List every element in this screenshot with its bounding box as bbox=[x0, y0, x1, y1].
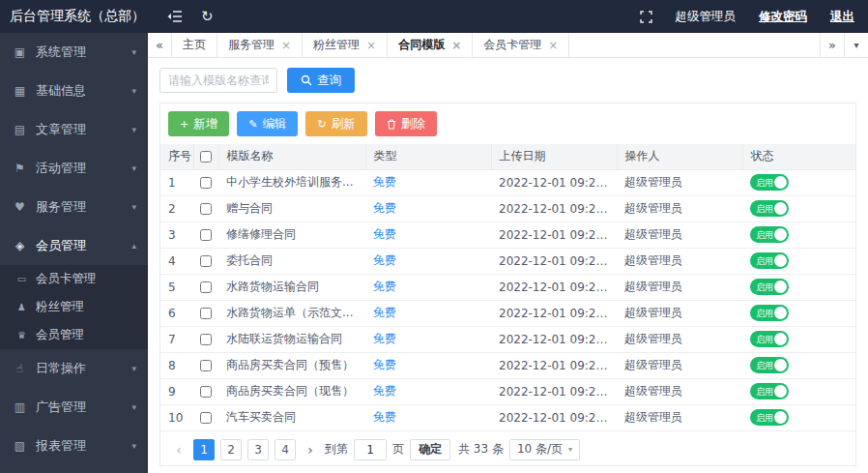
tab-home[interactable]: 主页 bbox=[172, 33, 217, 57]
status-toggle[interactable]: 启用 bbox=[750, 174, 789, 191]
page-button-1[interactable]: 1 bbox=[193, 439, 215, 460]
row-checkbox[interactable] bbox=[200, 177, 212, 189]
search-input[interactable] bbox=[159, 68, 277, 93]
toggle-knob bbox=[774, 228, 787, 241]
upload-date: 2022-12-01 09:26:49 bbox=[491, 195, 617, 222]
sidebar-item-members[interactable]: ◈ 会员管理 ▴ bbox=[0, 226, 148, 265]
template-name: 水路货物运单（示范文... bbox=[218, 300, 365, 326]
query-button[interactable]: 查询 bbox=[287, 68, 355, 93]
template-name: 商品房买卖合同（预售） bbox=[218, 352, 365, 378]
row-checkbox[interactable] bbox=[200, 281, 212, 293]
close-icon[interactable]: × bbox=[548, 40, 558, 51]
type-link[interactable]: 免费 bbox=[373, 253, 396, 267]
status-label: 启用 bbox=[756, 256, 773, 265]
status-toggle[interactable]: 启用 bbox=[750, 383, 789, 399]
sidebar: ▣ 系统管理 ▾ ▦ 基础信息 ▾ ▤ 文章管理 ▾ ⚑ 活动管理 ▾ ♥ 服务 bbox=[0, 33, 148, 473]
status-toggle[interactable]: 启用 bbox=[750, 200, 789, 217]
tabs-scroll-left-icon[interactable]: « bbox=[148, 33, 172, 57]
change-password-link[interactable]: 修改密码 bbox=[759, 9, 807, 25]
tab-contract-templates[interactable]: 合同模版 × bbox=[388, 33, 473, 57]
close-icon[interactable]: × bbox=[366, 40, 376, 51]
status-toggle[interactable]: 启用 bbox=[750, 357, 789, 373]
type-link[interactable]: 免费 bbox=[373, 306, 396, 319]
status-label: 启用 bbox=[756, 361, 773, 370]
status-cell: 启用 bbox=[742, 222, 855, 248]
refresh-icon: ↻ bbox=[317, 119, 326, 130]
sidebar-collapse-icon[interactable] bbox=[167, 11, 182, 22]
row-checkbox[interactable] bbox=[200, 255, 212, 267]
sidebar-item-basic-info[interactable]: ▦ 基础信息 ▾ bbox=[0, 72, 148, 110]
close-icon[interactable]: × bbox=[451, 40, 461, 51]
row-index: 5 bbox=[160, 274, 193, 300]
sidebar-item-services[interactable]: ♥ 服务管理 ▾ bbox=[0, 188, 148, 226]
refresh-icon[interactable]: ↻ bbox=[201, 10, 214, 24]
status-toggle[interactable]: 启用 bbox=[750, 226, 789, 243]
status-toggle[interactable]: 启用 bbox=[750, 305, 789, 321]
status-toggle[interactable]: 启用 bbox=[750, 279, 789, 295]
status-toggle[interactable]: 启用 bbox=[750, 409, 789, 426]
upload-date: 2022-12-01 09:22:48 bbox=[491, 352, 617, 378]
sidebar-item-daily-ops[interactable]: ☝ 日常操作 ▾ bbox=[0, 349, 148, 388]
page-button-4[interactable]: 4 bbox=[275, 439, 296, 460]
sidebar-item-articles[interactable]: ▤ 文章管理 ▾ bbox=[0, 110, 148, 149]
select-all-checkbox[interactable] bbox=[200, 151, 212, 163]
row-checkbox[interactable] bbox=[200, 203, 212, 215]
template-name: 水路货物运输合同 bbox=[218, 274, 365, 300]
main-content: « 主页 服务管理 × 粉丝管理 × 合同模版 × 会员卡管理 bbox=[148, 33, 868, 473]
type-link[interactable]: 免费 bbox=[373, 175, 396, 189]
tabs-scroll-right-icon[interactable]: » bbox=[820, 33, 844, 57]
upload-date: 2022-12-01 09:22:14 bbox=[491, 378, 617, 404]
row-checkbox[interactable] bbox=[200, 334, 212, 345]
sidebar-item-reports[interactable]: ▧ 报表管理 ▾ bbox=[0, 427, 148, 465]
tab-services[interactable]: 服务管理 × bbox=[217, 33, 303, 57]
refresh-button[interactable]: ↻ 刷新 bbox=[305, 111, 366, 136]
row-index: 4 bbox=[160, 248, 193, 274]
edit-button[interactable]: ✎ 编辑 bbox=[237, 111, 298, 136]
type-link[interactable]: 免费 bbox=[373, 358, 396, 371]
tab-fans[interactable]: 粉丝管理 × bbox=[303, 33, 388, 57]
prev-page-icon[interactable]: ‹ bbox=[170, 442, 188, 458]
operator: 超级管理员 bbox=[617, 378, 742, 404]
trash-icon bbox=[387, 119, 396, 130]
next-page-icon[interactable]: › bbox=[302, 442, 319, 458]
upload-date: 2022-12-01 09:26:16 bbox=[491, 222, 617, 248]
sidebar-item-ads[interactable]: ▥ 广告管理 ▾ bbox=[0, 388, 148, 427]
page-size-select[interactable]: 10 条/页 ▾ bbox=[509, 439, 580, 460]
header-template-name: 模版名称 bbox=[218, 144, 365, 169]
logout-link[interactable]: 退出 bbox=[830, 9, 854, 25]
add-button[interactable]: + 新增 bbox=[168, 111, 229, 136]
tab-member-cards[interactable]: 会员卡管理 × bbox=[473, 33, 569, 57]
sidebar-subitem-fans[interactable]: ♟ 粉丝管理 bbox=[0, 293, 148, 321]
type-link[interactable]: 免费 bbox=[373, 410, 396, 424]
row-checkbox[interactable] bbox=[200, 386, 212, 398]
delete-button[interactable]: 删除 bbox=[375, 111, 437, 136]
query-button-label: 查询 bbox=[317, 74, 341, 87]
row-checkbox[interactable] bbox=[200, 412, 212, 424]
type-link[interactable]: 免费 bbox=[373, 332, 396, 345]
tabs-menu-icon[interactable]: ▾ bbox=[844, 33, 868, 57]
sidebar-subitem-members[interactable]: ♛ 会员管理 bbox=[0, 321, 148, 349]
type-link[interactable]: 免费 bbox=[373, 280, 396, 293]
chevron-down-icon: ▾ bbox=[131, 163, 136, 173]
sidebar-subitem-member-cards[interactable]: ▭ 会员卡管理 bbox=[0, 265, 148, 293]
row-checkbox[interactable] bbox=[200, 229, 212, 241]
row-checkbox[interactable] bbox=[200, 308, 212, 319]
fullscreen-icon[interactable] bbox=[640, 11, 652, 23]
status-toggle[interactable]: 启用 bbox=[750, 331, 789, 347]
page-button-3[interactable]: 3 bbox=[247, 439, 269, 460]
type-link[interactable]: 免费 bbox=[373, 201, 396, 215]
chevron-up-icon: ▴ bbox=[131, 241, 136, 251]
template-name: 商品房买卖合同（现售） bbox=[218, 378, 365, 404]
status-toggle[interactable]: 启用 bbox=[750, 252, 789, 269]
close-icon[interactable]: × bbox=[281, 40, 291, 51]
table-row: 6 水路货物运单（示范文... 免费 2022-12-01 09:24:22 超… bbox=[160, 300, 855, 326]
sidebar-item-system[interactable]: ▣ 系统管理 ▾ bbox=[0, 33, 148, 72]
sidebar-item-activities[interactable]: ⚑ 活动管理 ▾ bbox=[0, 149, 148, 188]
page-button-2[interactable]: 2 bbox=[220, 439, 242, 460]
type-link[interactable]: 免费 bbox=[373, 227, 396, 241]
confirm-button[interactable]: 确定 bbox=[410, 439, 450, 460]
page-jump-input[interactable] bbox=[354, 439, 387, 460]
row-checkbox[interactable] bbox=[200, 360, 212, 371]
jump-label: 到第 bbox=[325, 441, 348, 458]
type-link[interactable]: 免费 bbox=[373, 384, 396, 398]
